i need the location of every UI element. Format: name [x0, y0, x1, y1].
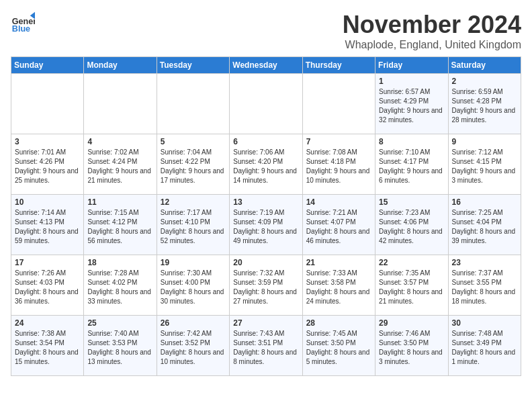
day-info: Sunrise: 7:40 AM Sunset: 3:53 PM Dayligh…: [87, 329, 152, 367]
calendar-day-cell: 24Sunrise: 7:38 AM Sunset: 3:54 PM Dayli…: [11, 316, 84, 376]
day-info: Sunrise: 7:08 AM Sunset: 4:18 PM Dayligh…: [306, 148, 371, 185]
day-info: Sunrise: 7:45 AM Sunset: 3:50 PM Dayligh…: [306, 329, 371, 367]
calendar-week-row: 3Sunrise: 7:01 AM Sunset: 4:26 PM Daylig…: [11, 134, 521, 195]
day-info: Sunrise: 7:19 AM Sunset: 4:09 PM Dayligh…: [233, 208, 298, 246]
day-info: Sunrise: 7:37 AM Sunset: 3:55 PM Dayligh…: [452, 269, 517, 306]
calendar-day-cell: 11Sunrise: 7:15 AM Sunset: 4:12 PM Dayli…: [84, 195, 157, 255]
calendar-day-cell: [84, 74, 157, 134]
day-info: Sunrise: 7:42 AM Sunset: 3:52 PM Dayligh…: [161, 329, 226, 367]
day-number: 11: [87, 197, 152, 207]
day-info: Sunrise: 7:32 AM Sunset: 3:59 PM Dayligh…: [233, 269, 298, 306]
logo: General Blue: [11, 11, 35, 35]
calendar-day-cell: 25Sunrise: 7:40 AM Sunset: 3:53 PM Dayli…: [84, 316, 157, 376]
logo-icon: General Blue: [11, 11, 35, 35]
calendar-table: SundayMondayTuesdayWednesdayThursdayFrid…: [11, 56, 521, 376]
day-info: Sunrise: 7:48 AM Sunset: 3:49 PM Dayligh…: [452, 329, 517, 367]
day-of-week-header: Thursday: [302, 57, 375, 74]
calendar-day-cell: [11, 74, 84, 134]
day-info: Sunrise: 7:02 AM Sunset: 4:24 PM Dayligh…: [87, 148, 152, 185]
day-info: Sunrise: 7:12 AM Sunset: 4:15 PM Dayligh…: [452, 148, 517, 185]
calendar-day-cell: 3Sunrise: 7:01 AM Sunset: 4:26 PM Daylig…: [11, 134, 84, 195]
calendar-day-cell: 1Sunrise: 6:57 AM Sunset: 4:29 PM Daylig…: [375, 74, 448, 134]
calendar-day-cell: 9Sunrise: 7:12 AM Sunset: 4:15 PM Daylig…: [448, 134, 521, 195]
day-info: Sunrise: 7:35 AM Sunset: 3:57 PM Dayligh…: [379, 269, 444, 306]
calendar-day-cell: [230, 74, 302, 134]
day-of-week-header: Tuesday: [157, 57, 229, 74]
day-number: 6: [233, 137, 298, 146]
calendar-day-cell: 15Sunrise: 7:23 AM Sunset: 4:06 PM Dayli…: [375, 195, 448, 255]
day-number: 4: [87, 137, 152, 146]
day-info: Sunrise: 7:26 AM Sunset: 4:03 PM Dayligh…: [15, 269, 80, 306]
day-number: 19: [161, 258, 226, 267]
svg-text:Blue: Blue: [12, 24, 30, 34]
day-number: 16: [452, 197, 517, 207]
day-number: 1: [379, 77, 444, 86]
calendar-week-row: 17Sunrise: 7:26 AM Sunset: 4:03 PM Dayli…: [11, 255, 521, 316]
day-info: Sunrise: 7:33 AM Sunset: 3:58 PM Dayligh…: [306, 269, 371, 306]
day-number: 25: [87, 318, 152, 328]
day-info: Sunrise: 7:21 AM Sunset: 4:07 PM Dayligh…: [306, 208, 371, 246]
day-number: 21: [306, 258, 371, 267]
calendar-day-cell: [157, 74, 229, 134]
calendar-day-cell: 4Sunrise: 7:02 AM Sunset: 4:24 PM Daylig…: [84, 134, 157, 195]
day-info: Sunrise: 7:10 AM Sunset: 4:17 PM Dayligh…: [379, 148, 444, 185]
day-number: 12: [161, 197, 226, 207]
calendar-day-cell: 6Sunrise: 7:06 AM Sunset: 4:20 PM Daylig…: [230, 134, 302, 195]
calendar-day-cell: 20Sunrise: 7:32 AM Sunset: 3:59 PM Dayli…: [230, 255, 302, 316]
calendar-day-cell: 30Sunrise: 7:48 AM Sunset: 3:49 PM Dayli…: [448, 316, 521, 376]
day-info: Sunrise: 7:01 AM Sunset: 4:26 PM Dayligh…: [15, 148, 80, 185]
day-info: Sunrise: 7:04 AM Sunset: 4:22 PM Dayligh…: [161, 148, 226, 185]
calendar-day-cell: 23Sunrise: 7:37 AM Sunset: 3:55 PM Dayli…: [448, 255, 521, 316]
calendar-week-row: 24Sunrise: 7:38 AM Sunset: 3:54 PM Dayli…: [11, 316, 521, 376]
day-number: 5: [161, 137, 226, 146]
calendar-week-row: 1Sunrise: 6:57 AM Sunset: 4:29 PM Daylig…: [11, 74, 521, 134]
day-number: 14: [306, 197, 371, 207]
day-of-week-header: Friday: [375, 57, 448, 74]
day-number: 9: [452, 137, 517, 146]
calendar-day-cell: 7Sunrise: 7:08 AM Sunset: 4:18 PM Daylig…: [302, 134, 375, 195]
calendar-day-cell: 14Sunrise: 7:21 AM Sunset: 4:07 PM Dayli…: [302, 195, 375, 255]
calendar-day-cell: 8Sunrise: 7:10 AM Sunset: 4:17 PM Daylig…: [375, 134, 448, 195]
day-number: 29: [379, 318, 444, 328]
day-number: 10: [15, 197, 80, 207]
day-info: Sunrise: 7:23 AM Sunset: 4:06 PM Dayligh…: [379, 208, 444, 246]
calendar-week-row: 10Sunrise: 7:14 AM Sunset: 4:13 PM Dayli…: [11, 195, 521, 255]
day-info: Sunrise: 7:25 AM Sunset: 4:04 PM Dayligh…: [452, 208, 517, 246]
day-of-week-header: Saturday: [448, 57, 521, 74]
calendar-day-cell: 19Sunrise: 7:30 AM Sunset: 4:00 PM Dayli…: [157, 255, 229, 316]
day-of-week-header: Monday: [84, 57, 157, 74]
day-of-week-header: Wednesday: [230, 57, 302, 74]
day-number: 27: [233, 318, 298, 328]
day-number: 15: [379, 197, 444, 207]
calendar-day-cell: 13Sunrise: 7:19 AM Sunset: 4:09 PM Dayli…: [230, 195, 302, 255]
page-header: General Blue November 2024 Whaplode, Eng…: [11, 11, 521, 51]
calendar-day-cell: 26Sunrise: 7:42 AM Sunset: 3:52 PM Dayli…: [157, 316, 229, 376]
day-of-week-header: Sunday: [11, 57, 84, 74]
day-number: 8: [379, 137, 444, 146]
day-number: 3: [15, 137, 80, 146]
day-info: Sunrise: 7:06 AM Sunset: 4:20 PM Dayligh…: [233, 148, 298, 185]
calendar-day-cell: 17Sunrise: 7:26 AM Sunset: 4:03 PM Dayli…: [11, 255, 84, 316]
day-number: 24: [15, 318, 80, 328]
calendar-day-cell: 22Sunrise: 7:35 AM Sunset: 3:57 PM Dayli…: [375, 255, 448, 316]
day-info: Sunrise: 7:46 AM Sunset: 3:50 PM Dayligh…: [379, 329, 444, 367]
day-number: 13: [233, 197, 298, 207]
day-info: Sunrise: 7:17 AM Sunset: 4:10 PM Dayligh…: [161, 208, 226, 246]
day-info: Sunrise: 7:30 AM Sunset: 4:00 PM Dayligh…: [161, 269, 226, 306]
day-number: 26: [161, 318, 226, 328]
day-number: 18: [87, 258, 152, 267]
day-info: Sunrise: 7:15 AM Sunset: 4:12 PM Dayligh…: [87, 208, 152, 246]
calendar-day-cell: 18Sunrise: 7:28 AM Sunset: 4:02 PM Dayli…: [84, 255, 157, 316]
calendar-day-cell: 2Sunrise: 6:59 AM Sunset: 4:28 PM Daylig…: [448, 74, 521, 134]
day-info: Sunrise: 7:14 AM Sunset: 4:13 PM Dayligh…: [15, 208, 80, 246]
calendar-header-row: SundayMondayTuesdayWednesdayThursdayFrid…: [11, 57, 521, 74]
calendar-day-cell: 5Sunrise: 7:04 AM Sunset: 4:22 PM Daylig…: [157, 134, 229, 195]
day-number: 17: [15, 258, 80, 267]
day-number: 28: [306, 318, 371, 328]
day-number: 2: [452, 77, 517, 86]
calendar-day-cell: 21Sunrise: 7:33 AM Sunset: 3:58 PM Dayli…: [302, 255, 375, 316]
day-info: Sunrise: 7:43 AM Sunset: 3:51 PM Dayligh…: [233, 329, 298, 367]
day-info: Sunrise: 7:38 AM Sunset: 3:54 PM Dayligh…: [15, 329, 80, 367]
calendar-day-cell: 27Sunrise: 7:43 AM Sunset: 3:51 PM Dayli…: [230, 316, 302, 376]
calendar-day-cell: 29Sunrise: 7:46 AM Sunset: 3:50 PM Dayli…: [375, 316, 448, 376]
